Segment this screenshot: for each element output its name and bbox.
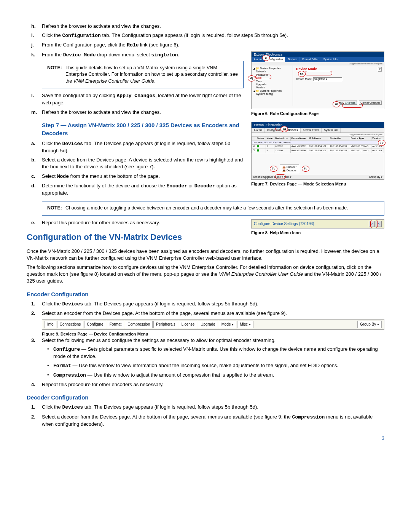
callout-6l: 6l [333,101,340,107]
fig6-tabs: Alarms Configuration Devices Format Edit… [252,57,384,62]
config-heading: Configuration of the VN-Matrix Devices [27,232,244,243]
fig6-tree: ◢ 📁 Device Properties Network Password R… [252,66,293,106]
encoder-heading: Encoder Configuration [27,290,384,298]
decoder-heading: Decoder Configuration [27,393,384,401]
callout-6k: 6k [298,71,306,77]
step-l: l. Save the configuration by clicking Ap… [42,92,244,106]
fig9-caption: Figure 9. Devices Page — Device Configur… [42,331,384,337]
fig8-caption: Figure 8. Help Menu Icon [251,230,384,236]
config-p1: Once the VN-Matrix 200 / 225 / 300 / 325… [27,248,384,262]
step-h: h.Refresh the browser to activate and vi… [42,23,384,30]
step-m: m.Refresh the browser to activate and vi… [42,109,244,116]
encoder-step2: 2.Select an encoder from the Devices pag… [42,310,384,317]
step7-d: d. Determine the functionality of the de… [42,182,244,197]
step-j: j. From the Configuration page, click th… [42,42,384,49]
callout-6j: 6j [248,75,255,81]
config-p2: The following sections summarize how to … [27,264,384,285]
fig7-table: Status Mode Device Id ▲ Device Name IP A… [252,136,384,153]
encoder-step1: 1. Click the Devices tab. The Devices pa… [42,300,384,308]
fig7-caption: Figure 7. Devices Page — Mode Selection … [251,181,384,187]
figure-8: Configure Device Settings (720193) ? ✕ [251,219,384,228]
step7-c: c. Select Mode from the menu at the bott… [42,173,244,180]
note-box-k: NOTE: This guide details how to set up a… [42,61,244,89]
step7-heading: Step 7 — Assign VN-Matrix 200 / 225 / 30… [42,121,244,137]
callout-6i: 6i [262,55,270,61]
step-i: i. Click the Configuration tab. The Conf… [42,32,384,39]
decoder-step2: 2. Select a decoder from the Devices pag… [42,414,384,428]
decoder-step1: 1. Click the Devices tab. The Devices pa… [42,404,384,411]
figure-7: Extron. Electronics Alarms Configuration… [251,122,384,180]
step7-a: a. Click the Devices tab. The Devices pa… [42,140,244,154]
step-k: k. From the Device Mode drop-down menu, … [42,51,244,59]
encoder-step4: 4.Repeat this procedure for other encode… [42,381,384,388]
step7-e: e.Repeat this procedure for other device… [42,219,244,226]
callout-7c: 7c [270,166,277,172]
help-icon: ? [378,67,382,72]
encoder-step3: 3.Select the following menus and configu… [42,337,384,379]
page-number: 3 [27,435,384,442]
callout-7d: 7d [302,166,309,172]
figure-9: Info Connections Configure Format Compre… [42,319,384,330]
step7-b: b.Select a device from the Devices page.… [42,157,244,170]
figure-6: Extron. Electronics Alarms Configuration… [251,51,384,109]
fig7-mode-menu: 📤 Encoder 📥 Decoder [280,165,299,173]
fig6-caption: Figure 6. Role Configuration Page [251,111,384,117]
callout-7b: 7b [378,140,386,146]
fig6-banner: Extron. Electronics [252,52,384,58]
note-box-step7: NOTE: Choosing a mode or toggling a devi… [42,201,384,216]
